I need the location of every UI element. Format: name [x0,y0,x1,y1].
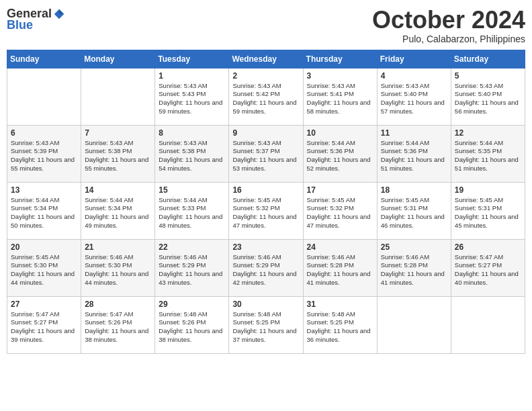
calendar-day-cell: 18Sunrise: 5:45 AMSunset: 5:31 PMDayligh… [377,182,451,239]
day-info: Sunrise: 5:47 AMSunset: 5:27 PMDaylight:… [455,253,521,287]
calendar-day-cell: 11Sunrise: 5:44 AMSunset: 5:36 PMDayligh… [377,125,451,182]
calendar-empty-cell [7,68,81,125]
day-number: 20 [11,242,77,252]
title-block: October 2024 Pulo, Calabarzon, Philippin… [372,7,525,44]
calendar-day-cell: 14Sunrise: 5:44 AMSunset: 5:34 PMDayligh… [81,182,155,239]
day-info: Sunrise: 5:45 AMSunset: 5:32 PMDaylight:… [307,196,373,230]
calendar-day-cell: 13Sunrise: 5:44 AMSunset: 5:34 PMDayligh… [7,182,81,239]
day-info: Sunrise: 5:48 AMSunset: 5:25 PMDaylight:… [307,310,373,345]
day-number: 22 [159,242,225,252]
day-info: Sunrise: 5:43 AMSunset: 5:38 PMDaylight:… [85,139,151,173]
calendar-day-cell: 19Sunrise: 5:45 AMSunset: 5:31 PMDayligh… [451,182,525,239]
location-title: Pulo, Calabarzon, Philippines [372,34,525,44]
day-number: 12 [455,128,521,138]
day-info: Sunrise: 5:44 AMSunset: 5:34 PMDaylight:… [85,196,151,230]
day-number: 9 [232,128,299,138]
calendar-day-cell: 17Sunrise: 5:45 AMSunset: 5:32 PMDayligh… [303,182,377,239]
day-number: 3 [307,71,373,81]
calendar-day-cell: 23Sunrise: 5:46 AMSunset: 5:29 PMDayligh… [229,239,303,296]
day-info: Sunrise: 5:43 AMSunset: 5:41 PMDaylight:… [307,82,373,116]
day-number: 15 [159,185,225,195]
logo: General Blue [7,7,65,32]
calendar-empty-cell [81,68,155,125]
calendar-day-cell: 25Sunrise: 5:46 AMSunset: 5:28 PMDayligh… [377,239,451,296]
calendar-day-cell: 5Sunrise: 5:43 AMSunset: 5:40 PMDaylight… [451,68,525,125]
day-number: 11 [381,128,447,138]
day-number: 25 [381,242,447,252]
day-info: Sunrise: 5:46 AMSunset: 5:29 PMDaylight:… [232,253,299,287]
day-info: Sunrise: 5:48 AMSunset: 5:26 PMDaylight:… [159,310,225,345]
day-info: Sunrise: 5:43 AMSunset: 5:43 PMDaylight:… [159,82,225,116]
day-number: 17 [307,185,373,195]
day-number: 29 [159,300,225,309]
day-number: 5 [455,71,521,81]
day-info: Sunrise: 5:43 AMSunset: 5:39 PMDaylight:… [11,139,77,173]
day-info: Sunrise: 5:43 AMSunset: 5:42 PMDaylight:… [232,82,299,116]
calendar-day-cell: 15Sunrise: 5:44 AMSunset: 5:33 PMDayligh… [155,182,229,239]
day-number: 26 [455,242,521,252]
day-info: Sunrise: 5:45 AMSunset: 5:30 PMDaylight:… [11,253,77,287]
logo-icon [53,8,65,20]
calendar-week-row: 27Sunrise: 5:47 AMSunset: 5:27 PMDayligh… [7,296,525,353]
calendar-header-row: SundayMondayTuesdayWednesdayThursdayFrid… [7,50,525,68]
day-info: Sunrise: 5:43 AMSunset: 5:40 PMDaylight:… [381,82,447,116]
day-info: Sunrise: 5:45 AMSunset: 5:31 PMDaylight:… [381,196,447,230]
calendar-day-cell: 21Sunrise: 5:46 AMSunset: 5:30 PMDayligh… [81,239,155,296]
calendar-day-cell: 20Sunrise: 5:45 AMSunset: 5:30 PMDayligh… [7,239,81,296]
calendar-day-cell: 9Sunrise: 5:43 AMSunset: 5:37 PMDaylight… [229,125,303,182]
day-info: Sunrise: 5:46 AMSunset: 5:28 PMDaylight:… [307,253,373,287]
day-number: 30 [232,300,299,309]
calendar-day-cell: 7Sunrise: 5:43 AMSunset: 5:38 PMDaylight… [81,125,155,182]
day-info: Sunrise: 5:44 AMSunset: 5:36 PMDaylight:… [381,139,447,173]
day-number: 1 [159,71,225,81]
calendar-day-cell: 29Sunrise: 5:48 AMSunset: 5:26 PMDayligh… [155,296,229,353]
month-title: October 2024 [372,7,525,34]
day-number: 21 [85,242,151,252]
day-number: 10 [307,128,373,138]
calendar-week-row: 6Sunrise: 5:43 AMSunset: 5:39 PMDaylight… [7,125,525,182]
day-info: Sunrise: 5:46 AMSunset: 5:28 PMDaylight:… [381,253,447,287]
calendar-day-cell: 16Sunrise: 5:45 AMSunset: 5:32 PMDayligh… [229,182,303,239]
day-info: Sunrise: 5:48 AMSunset: 5:25 PMDaylight:… [232,310,299,345]
weekday-header-saturday: Saturday [451,50,525,68]
weekday-header-wednesday: Wednesday [229,50,303,68]
logo-blue-text: Blue [7,18,33,32]
calendar-day-cell: 31Sunrise: 5:48 AMSunset: 5:25 PMDayligh… [303,296,377,353]
day-number: 19 [455,185,521,195]
day-info: Sunrise: 5:43 AMSunset: 5:38 PMDaylight:… [159,139,225,173]
calendar-day-cell: 30Sunrise: 5:48 AMSunset: 5:25 PMDayligh… [229,296,303,353]
calendar-day-cell: 28Sunrise: 5:47 AMSunset: 5:26 PMDayligh… [81,296,155,353]
day-number: 8 [159,128,225,138]
weekday-header-thursday: Thursday [303,50,377,68]
calendar-empty-cell [451,296,525,353]
weekday-header-tuesday: Tuesday [155,50,229,68]
calendar-week-row: 20Sunrise: 5:45 AMSunset: 5:30 PMDayligh… [7,239,525,296]
calendar-day-cell: 12Sunrise: 5:44 AMSunset: 5:35 PMDayligh… [451,125,525,182]
calendar-day-cell: 6Sunrise: 5:43 AMSunset: 5:39 PMDaylight… [7,125,81,182]
calendar-day-cell: 24Sunrise: 5:46 AMSunset: 5:28 PMDayligh… [303,239,377,296]
calendar-day-cell: 22Sunrise: 5:46 AMSunset: 5:29 PMDayligh… [155,239,229,296]
day-number: 2 [232,71,299,81]
day-number: 16 [232,185,299,195]
day-info: Sunrise: 5:44 AMSunset: 5:33 PMDaylight:… [159,196,225,230]
calendar-table: SundayMondayTuesdayWednesdayThursdayFrid… [7,50,525,354]
calendar-week-row: 1Sunrise: 5:43 AMSunset: 5:43 PMDaylight… [7,68,525,125]
calendar-day-cell: 2Sunrise: 5:43 AMSunset: 5:42 PMDaylight… [229,68,303,125]
day-number: 31 [307,300,373,309]
calendar-day-cell: 8Sunrise: 5:43 AMSunset: 5:38 PMDaylight… [155,125,229,182]
day-number: 18 [381,185,447,195]
day-info: Sunrise: 5:47 AMSunset: 5:27 PMDaylight:… [11,310,77,345]
weekday-header-friday: Friday [377,50,451,68]
calendar-day-cell: 3Sunrise: 5:43 AMSunset: 5:41 PMDaylight… [303,68,377,125]
calendar-day-cell: 26Sunrise: 5:47 AMSunset: 5:27 PMDayligh… [451,239,525,296]
day-info: Sunrise: 5:43 AMSunset: 5:37 PMDaylight:… [232,139,299,173]
day-number: 28 [85,300,151,309]
day-number: 14 [85,185,151,195]
day-info: Sunrise: 5:45 AMSunset: 5:32 PMDaylight:… [232,196,299,230]
day-number: 4 [381,71,447,81]
day-info: Sunrise: 5:46 AMSunset: 5:29 PMDaylight:… [159,253,225,287]
weekday-header-monday: Monday [81,50,155,68]
calendar-day-cell: 10Sunrise: 5:44 AMSunset: 5:36 PMDayligh… [303,125,377,182]
day-info: Sunrise: 5:47 AMSunset: 5:26 PMDaylight:… [85,310,151,345]
day-number: 13 [11,185,77,195]
